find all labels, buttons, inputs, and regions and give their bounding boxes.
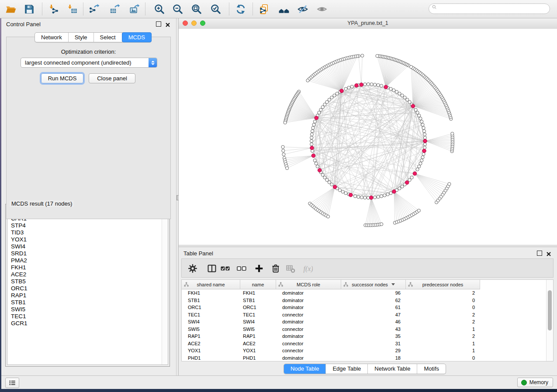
result-list-item[interactable]: STB5 [11,278,162,285]
run-mcds-button[interactable]: Run MCDS [41,73,83,83]
cell: 35 [341,334,406,339]
node-table: shared namenameMCDS rolesuccessor nodesp… [181,279,554,361]
cell: 18 [341,355,406,361]
close-panel-icon[interactable] [546,251,551,256]
dropdown-stepper-icon[interactable] [149,58,157,67]
table-row[interactable]: TEC1TEC1connector472 [182,311,547,319]
minimize-window-icon[interactable] [191,21,197,26]
save-floppy-icon[interactable] [22,2,37,16]
tab-mcds[interactable]: MCDS [122,32,152,42]
table-row[interactable]: PHD1PHD1dominator180 [182,354,547,362]
result-list-item[interactable]: ACE2 [11,271,162,278]
tab-network[interactable]: Network [35,33,69,42]
result-list-item[interactable]: FKH1 [11,264,162,271]
table-row[interactable]: FKH1FKH1dominator962 [182,289,547,297]
table-row[interactable]: ACE2ACE2connector311 [182,340,547,347]
open-folder-icon[interactable] [3,2,18,16]
result-list-item[interactable]: GCR1 [11,320,162,327]
zoom-in-icon[interactable] [152,2,167,16]
table-row[interactable]: SWI5SWI5connector431 [182,326,547,333]
column-header-successor-nodes[interactable]: successor nodes [341,280,406,289]
result-list-item[interactable]: SWI5 [11,306,162,313]
export-image-icon[interactable] [127,2,142,16]
zoom-out-icon[interactable] [170,2,185,16]
checked-boxes-icon[interactable] [219,262,232,275]
gear-icon[interactable] [186,262,199,275]
trash-icon[interactable] [269,262,282,275]
network-window-titlebar: YPA_prune.txt_1 [179,18,557,29]
export-table-icon[interactable] [107,2,122,16]
column-header-name[interactable]: name [240,280,276,289]
cell: ORC1 [182,305,240,310]
split-panel-icon[interactable] [205,262,218,275]
tab-network-table[interactable]: Network Table [368,364,417,374]
column-header-predecessor-nodes[interactable]: predecessor nodes [406,280,480,289]
app-window: Control Panel NetworkStyleSelectMCDS Opt… [1,18,557,389]
network-canvas[interactable] [179,29,557,245]
tree-icon [278,282,283,288]
network-window-title: YPA_prune.txt_1 [179,18,557,28]
plus-icon[interactable] [253,262,266,275]
maximize-window-icon[interactable] [200,21,205,26]
table-row[interactable]: RAP1RAP1dominator352 [182,333,547,340]
float-panel-icon[interactable] [537,251,542,256]
result-list-item[interactable]: TID3 [11,229,162,236]
tree-icon [408,282,413,288]
zoom-selected-icon[interactable] [208,2,223,16]
refresh-icon[interactable] [233,2,248,16]
result-scrollbar[interactable] [162,206,168,364]
tab-style[interactable]: Style [69,33,94,42]
search-input[interactable] [439,5,541,12]
column-label: MCDS role [297,282,320,287]
table-scrollbar[interactable] [546,280,553,361]
tab-edge-table[interactable]: Edge Table [326,364,368,374]
result-list-item[interactable]: PMA2 [11,257,162,264]
tab-node-table[interactable]: Node Table [284,364,326,374]
table-row[interactable]: YOX1YOX1connector291 [182,347,547,354]
cell: dominator [276,290,341,296]
result-list-item[interactable]: ORC1 [11,285,162,292]
function-fx-icon: f(x) [301,262,314,275]
criterion-dropdown[interactable]: largest connected component (undirected) [21,58,157,68]
memory-button[interactable]: Memory [517,378,553,387]
close-panel-icon[interactable] [165,21,170,27]
float-panel-icon[interactable] [156,21,161,27]
scrollbar-thumb[interactable] [548,290,552,330]
import-table-icon[interactable] [65,2,80,16]
unchecked-boxes-icon[interactable] [235,262,248,275]
cell: 43 [341,327,406,332]
close-window-icon[interactable] [183,21,188,26]
toolbar-separator [229,3,229,15]
result-list-item[interactable]: STB1 [11,299,162,306]
table-row[interactable]: STB1STB1dominator620 [182,297,547,304]
mcds-result-list[interactable]: PHD1CAR1STP4TID3YOX1SWI4SRD1PMA2FKH1ACE2… [7,206,162,364]
result-list-item[interactable]: TEC1 [11,313,162,320]
table-row[interactable]: ORC1ORC1dominator610 [182,304,547,311]
column-header-MCDS-role[interactable]: MCDS role [276,280,341,289]
new-network-from-selection-icon[interactable] [257,2,272,16]
result-list-item[interactable]: RAP1 [11,292,162,299]
control-panel: Control Panel NetworkStyleSelectMCDS Opt… [1,18,176,375]
table-row[interactable]: SWI4SWI4dominator462 [182,318,547,326]
import-network-icon[interactable] [46,2,61,16]
cell: 0 [406,298,480,303]
tab-select[interactable]: Select [94,33,122,42]
toolbar-separator [253,3,253,15]
result-list-item[interactable]: STP4 [11,222,162,229]
zoom-fit-icon[interactable] [189,2,204,16]
eye-slash-icon[interactable] [295,2,310,16]
houses-icon[interactable] [277,2,291,16]
export-network-icon[interactable] [86,2,101,16]
result-list-item[interactable]: YOX1 [11,236,162,243]
tab-motifs[interactable]: Motifs [417,364,446,374]
search-box[interactable] [429,3,550,14]
column-header-shared-name[interactable]: shared name [182,280,240,289]
task-list-button[interactable] [5,378,19,388]
cell: dominator [276,334,341,339]
result-list-item[interactable]: SRD1 [11,250,162,257]
table-delete-icon [284,262,297,275]
cell: connector [276,348,341,353]
result-list-item[interactable]: SWI4 [11,243,162,250]
close-panel-button[interactable]: Close panel [89,73,135,83]
tree-icon [343,282,348,288]
